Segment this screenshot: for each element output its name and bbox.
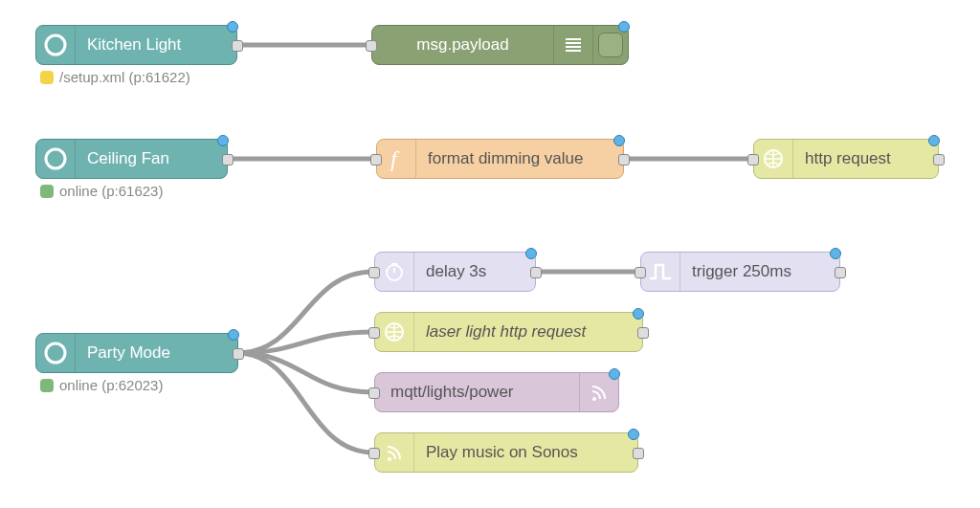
- changed-marker: [830, 248, 841, 259]
- function-icon: f: [377, 140, 416, 178]
- status-dot-green: [40, 379, 54, 392]
- node-label: Party Mode: [76, 343, 237, 363]
- svg-point-5: [46, 149, 65, 168]
- node-party-mode[interactable]: Party Mode: [35, 333, 238, 373]
- changed-marker: [613, 135, 625, 146]
- output-port[interactable]: [233, 348, 244, 360]
- input-port[interactable]: [368, 448, 380, 459]
- changed-marker: [228, 329, 239, 341]
- pulse-icon: [641, 253, 680, 291]
- svg-rect-10: [391, 263, 397, 265]
- node-http-request[interactable]: http request: [753, 139, 939, 179]
- svg-rect-4: [566, 50, 581, 52]
- alexa-icon: [36, 334, 76, 372]
- changed-marker: [618, 21, 630, 33]
- node-mqtt[interactable]: mqtt/lights/power: [374, 372, 619, 412]
- changed-marker: [628, 429, 639, 440]
- svg-rect-3: [566, 46, 581, 48]
- node-label: Ceiling Fan: [76, 149, 227, 168]
- svg-rect-1: [566, 38, 581, 40]
- output-port[interactable]: [633, 448, 644, 459]
- output-port[interactable]: [637, 327, 649, 339]
- node-label: delay 3s: [414, 262, 535, 281]
- status-kitchen: /setup.xml (p:61622): [40, 69, 190, 85]
- node-kitchen-light[interactable]: Kitchen Light: [35, 25, 237, 65]
- node-label: trigger 250ms: [680, 262, 839, 281]
- status-party: online (p:62023): [40, 377, 163, 393]
- output-port[interactable]: [232, 40, 243, 52]
- output-port[interactable]: [618, 154, 630, 166]
- alexa-icon: [36, 140, 76, 178]
- changed-marker: [227, 21, 238, 33]
- output-port[interactable]: [933, 154, 945, 166]
- input-port[interactable]: [368, 267, 380, 278]
- node-ceiling-fan[interactable]: Ceiling Fan: [35, 139, 228, 179]
- changed-marker: [928, 135, 940, 146]
- node-format-dimming[interactable]: f format dimming value: [376, 139, 624, 179]
- changed-marker: [609, 368, 620, 380]
- globe-icon: [375, 313, 414, 351]
- node-trigger[interactable]: trigger 250ms: [640, 252, 840, 292]
- debug-icon: [553, 26, 592, 64]
- changed-marker: [217, 135, 229, 146]
- input-port[interactable]: [370, 154, 382, 166]
- node-label: http request: [793, 149, 938, 168]
- svg-text:f: f: [390, 146, 400, 171]
- timer-icon: [375, 253, 414, 291]
- node-delay[interactable]: delay 3s: [374, 252, 536, 292]
- status-text: online (p:62023): [59, 377, 163, 393]
- alexa-icon: [36, 26, 76, 64]
- svg-point-0: [46, 35, 65, 55]
- node-label: laser light http request: [414, 322, 642, 342]
- output-port[interactable]: [835, 267, 846, 278]
- status-dot-yellow: [40, 71, 54, 84]
- broadcast-icon: [375, 433, 414, 472]
- node-label: mqtt/lights/power: [375, 383, 579, 402]
- input-port[interactable]: [635, 267, 646, 278]
- node-label: format dimming value: [416, 149, 623, 168]
- input-port[interactable]: [366, 40, 377, 52]
- changed-marker: [525, 248, 537, 259]
- status-text: /setup.xml (p:61622): [59, 69, 190, 85]
- output-port[interactable]: [222, 154, 234, 166]
- input-port[interactable]: [368, 327, 380, 339]
- globe-icon: [754, 140, 793, 178]
- status-text: online (p:61623): [59, 183, 163, 199]
- node-label: Play music on Sonos: [414, 443, 637, 462]
- node-sonos[interactable]: Play music on Sonos: [374, 432, 638, 473]
- output-port[interactable]: [530, 267, 542, 278]
- input-port[interactable]: [368, 387, 380, 399]
- svg-point-8: [46, 343, 65, 363]
- input-port[interactable]: [747, 154, 759, 166]
- node-label: Kitchen Light: [76, 35, 236, 55]
- status-ceiling: online (p:61623): [40, 183, 163, 199]
- node-laser-light[interactable]: laser light http request: [374, 312, 643, 352]
- changed-marker: [633, 308, 644, 320]
- svg-rect-2: [566, 42, 581, 44]
- node-label: msg.payload: [372, 35, 553, 55]
- status-dot-green: [40, 185, 54, 198]
- node-debug[interactable]: msg.payload: [371, 25, 629, 65]
